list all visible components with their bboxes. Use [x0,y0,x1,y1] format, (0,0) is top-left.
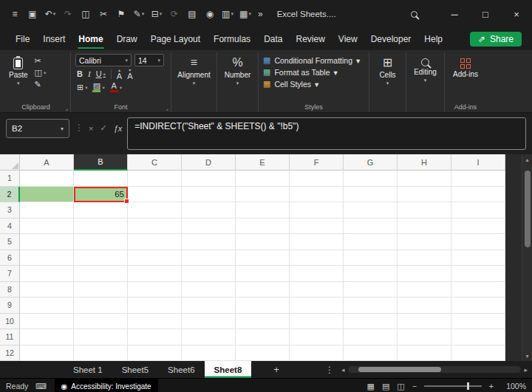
table-button[interactable]: ▦▾ [236,3,254,25]
minimize-button[interactable]: ─ [439,0,470,28]
menu-tab-help[interactable]: Help [417,28,449,50]
cell-C5[interactable] [128,234,182,250]
zoom-level[interactable]: 100% [501,382,526,391]
cell-A12[interactable] [20,345,74,362]
row-header-4[interactable]: 4 [0,219,20,235]
editing-button[interactable]: Editing ▾ [411,54,440,86]
row-header-9[interactable]: 9 [0,298,20,314]
row-header-1[interactable]: 1 [0,171,20,187]
cell-E2[interactable] [236,187,290,203]
row-header-7[interactable]: 7 [0,266,20,282]
cell-G12[interactable] [344,345,398,362]
cell-B9[interactable] [74,298,128,314]
zoom-slider-thumb[interactable] [467,382,469,390]
decrease-font-size-button[interactable]: ▾A [127,69,132,80]
font-size-select[interactable]: 14 ▾ [134,54,164,66]
cell-A7[interactable] [20,266,74,282]
cell-A8[interactable] [20,282,74,298]
cell-A11[interactable] [20,329,74,345]
cell-styles-button[interactable]: ▦ Cell Styles ▾ [263,79,360,89]
cell-B7[interactable] [74,266,128,282]
cell-I11[interactable] [451,329,505,345]
row-header-3[interactable]: 3 [0,202,20,219]
cell-I1[interactable] [451,171,505,187]
cell-F9[interactable] [290,298,344,314]
search-button[interactable] [399,11,429,18]
cell-I3[interactable] [451,202,505,219]
close-button[interactable]: × [501,0,532,28]
cell-G3[interactable] [344,202,398,219]
column-header-e[interactable]: E [236,154,290,171]
format-as-table-button[interactable]: ▦ Format as Table ▾ [263,67,360,77]
increase-font-size-button[interactable]: ▴A [117,69,122,80]
cell-H1[interactable] [398,171,451,187]
menu-tab-file[interactable]: File [9,28,36,50]
cell-I10[interactable] [451,314,505,330]
cell-D10[interactable] [182,314,236,330]
cell-G4[interactable] [344,219,398,235]
cell-H10[interactable] [398,314,451,330]
format-painter-button[interactable]: ✎ [35,80,47,89]
cell-G11[interactable] [344,329,398,345]
cell-F7[interactable] [290,266,344,282]
cell-D2[interactable] [182,187,236,203]
column-header-i[interactable]: I [451,154,505,171]
cell-G1[interactable] [344,171,398,187]
cut-button[interactable]: ✂ [95,3,112,25]
document-button[interactable]: ▤ [183,3,201,25]
row-header-12[interactable]: 12 [0,345,20,362]
cell-D5[interactable] [182,234,236,250]
cell-C11[interactable] [128,329,182,345]
cell-G8[interactable] [344,282,398,298]
cell-B6[interactable] [74,250,128,267]
cell-D9[interactable] [182,298,236,314]
menu-tab-review[interactable]: Review [289,28,331,50]
column-header-d[interactable]: D [182,154,236,171]
page-break-view-icon[interactable]: ◫ [397,382,404,391]
font-dialog-launcher-icon[interactable]: ⌟ [166,105,168,111]
menu-tab-draw[interactable]: Draw [110,28,144,50]
cell-B4[interactable] [74,219,128,235]
cell-H2[interactable] [398,187,451,203]
undo-button[interactable]: ↶▾ [41,3,59,25]
flag-button[interactable]: ⚑ [112,3,130,25]
cell-E1[interactable] [236,171,290,187]
menu-tab-developer[interactable]: Developer [364,28,418,50]
font-color-button[interactable]: A▾ [110,82,122,92]
cell-B5[interactable] [74,234,128,250]
cell-A4[interactable] [20,219,74,235]
cell-F4[interactable] [290,219,344,235]
cell-B11[interactable] [74,329,128,345]
number-button[interactable]: % Number ▾ [222,54,254,89]
cell-C10[interactable] [128,314,182,330]
cell-F1[interactable] [290,171,344,187]
cell-E4[interactable] [236,219,290,235]
cell-A2[interactable] [20,187,74,203]
cell-G2[interactable] [344,187,398,203]
cell-I9[interactable] [451,298,505,314]
camera-button[interactable]: ◉ [201,3,219,25]
cell-H6[interactable] [398,250,451,267]
vertical-scrollbar[interactable]: ▴ ▾ [522,154,532,361]
cell-D12[interactable] [182,345,236,362]
underline-button[interactable]: U▾ [96,69,106,79]
cell-H9[interactable] [398,298,451,314]
horizontal-scrollbar-thumb[interactable] [358,367,442,372]
sheet-tab-sheet5[interactable]: Sheet5 [112,361,158,378]
cell-F2[interactable] [290,187,344,203]
column-header-g[interactable]: G [344,154,398,171]
cell-D4[interactable] [182,219,236,235]
select-all-button[interactable] [0,154,20,171]
cell-H3[interactable] [398,202,451,219]
horizontal-scrollbar[interactable]: ◂ ▸ [341,366,532,374]
horizontal-scrollbar-track[interactable] [348,366,522,373]
cell-B10[interactable] [74,314,128,330]
normal-view-icon[interactable]: ▦ [367,382,375,391]
zoom-in-button[interactable]: + [489,382,494,391]
cell-H5[interactable] [398,234,451,250]
cell-C8[interactable] [128,282,182,298]
cell-C9[interactable] [128,298,182,314]
alignment-button[interactable]: ≡ Alignment ▾ [174,54,213,89]
cell-E8[interactable] [236,282,290,298]
cell-F3[interactable] [290,202,344,219]
